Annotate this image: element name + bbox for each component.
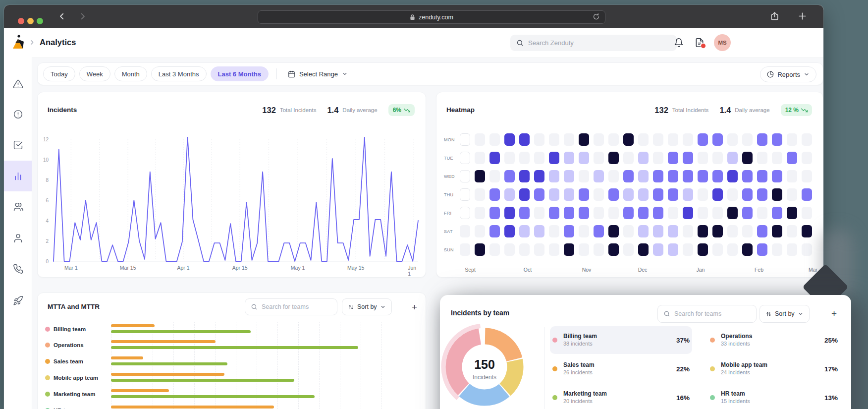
heatmap-cell[interactable]	[460, 243, 470, 256]
user-avatar[interactable]: MS	[714, 34, 731, 51]
select-range-dropdown[interactable]: Select Range	[285, 70, 351, 78]
heatmap-cell[interactable]	[727, 152, 738, 164]
heatmap-cell[interactable]	[623, 152, 634, 164]
heatmap-cell[interactable]	[638, 188, 649, 201]
heatmap-cell[interactable]	[579, 207, 589, 219]
zenduty-logo[interactable]	[11, 34, 26, 50]
heatmap-cell[interactable]	[653, 152, 663, 164]
heatmap-cell[interactable]	[683, 243, 693, 256]
filter-pill-last-6-months[interactable]: Last 6 Months	[211, 66, 269, 81]
heatmap-cell[interactable]	[712, 188, 723, 201]
heatmap-cell[interactable]	[623, 133, 634, 146]
heatmap-cell[interactable]	[712, 133, 723, 146]
heatmap-cell[interactable]	[608, 170, 619, 182]
legend-item[interactable]: HR team15 incidents13%	[710, 386, 838, 409]
heatmap-cell[interactable]	[638, 133, 649, 146]
heatmap-cell[interactable]	[653, 207, 663, 219]
heatmap-cell[interactable]	[668, 225, 678, 237]
heatmap-cell[interactable]	[802, 188, 812, 201]
heatmap-cell[interactable]	[757, 207, 767, 219]
heatmap-cell[interactable]	[772, 207, 782, 219]
heatmap-cell[interactable]	[787, 170, 797, 182]
heatmap-cell[interactable]	[668, 207, 678, 219]
heatmap-cell[interactable]	[564, 225, 574, 237]
heatmap-cell[interactable]	[475, 133, 485, 146]
heatmap-cell[interactable]	[638, 170, 649, 182]
heatmap-cell[interactable]	[802, 152, 812, 164]
heatmap-cell[interactable]	[638, 207, 649, 219]
new-tab-button[interactable]	[798, 11, 807, 21]
heatmap-cell[interactable]	[534, 170, 544, 182]
heatmap-cell[interactable]	[594, 133, 604, 146]
heatmap-cell[interactable]	[564, 170, 574, 182]
heatmap-cell[interactable]	[608, 152, 619, 164]
heatmap-cell[interactable]	[727, 170, 738, 182]
heatmap-cell[interactable]	[742, 243, 753, 256]
heatmap-cell[interactable]	[504, 133, 515, 146]
heatmap-cell[interactable]	[802, 170, 812, 182]
heatmap-cell[interactable]	[712, 207, 723, 219]
heatmap-cell[interactable]	[787, 207, 797, 219]
heatmap-cell[interactable]	[564, 243, 574, 256]
heatmap-cell[interactable]	[623, 188, 634, 201]
heatmap-cell[interactable]	[698, 133, 708, 146]
heatmap-cell[interactable]	[787, 133, 797, 146]
heatmap-cell[interactable]	[534, 133, 544, 146]
global-search-input[interactable]: Search Zenduty	[510, 35, 677, 51]
heatmap-cell[interactable]	[727, 133, 738, 146]
heatmap-cell[interactable]	[727, 207, 738, 219]
heatmap-cell[interactable]	[772, 152, 782, 164]
window-zoom-button[interactable]	[37, 18, 43, 24]
heatmap-cell[interactable]	[489, 207, 500, 219]
heatmap-cell[interactable]	[549, 188, 559, 201]
heatmap-cell[interactable]	[475, 243, 485, 256]
heatmap-cell[interactable]	[698, 170, 708, 182]
heatmap-cell[interactable]	[608, 188, 619, 201]
heatmap-cell[interactable]	[519, 133, 530, 146]
heatmap-cell[interactable]	[519, 188, 530, 201]
heatmap-cell[interactable]	[594, 188, 604, 201]
notifications-button[interactable]	[674, 38, 684, 48]
heatmap-cell[interactable]	[698, 152, 708, 164]
filter-pill-week[interactable]: Week	[79, 66, 110, 81]
heatmap-cell[interactable]	[787, 188, 797, 201]
heatmap-cell[interactable]	[460, 188, 470, 201]
heatmap-cell[interactable]	[683, 188, 693, 201]
heatmap-cell[interactable]	[489, 225, 500, 237]
heatmap-cell[interactable]	[475, 207, 485, 219]
heatmap-cell[interactable]	[608, 207, 619, 219]
heatmap-cell[interactable]	[460, 225, 470, 237]
heatmap-cell[interactable]	[489, 133, 500, 146]
sidebar-item-profile[interactable]	[4, 223, 32, 253]
window-minimize-button[interactable]	[27, 18, 34, 24]
heatmap-cell[interactable]	[638, 152, 649, 164]
legend-item[interactable]: Marketing team20 incidents16%	[552, 386, 690, 409]
legend-item[interactable]: Billing team38 incidents37%	[552, 329, 690, 351]
heatmap-cell[interactable]	[504, 207, 515, 219]
heatmap-cell[interactable]	[787, 243, 797, 256]
heatmap-cell[interactable]	[668, 133, 678, 146]
window-close-button[interactable]	[18, 18, 24, 24]
heatmap-cell[interactable]	[594, 170, 604, 182]
activity-log-button[interactable]	[695, 38, 705, 48]
heatmap-cell[interactable]	[549, 225, 559, 237]
heatmap-cell[interactable]	[683, 170, 693, 182]
heatmap-cell[interactable]	[460, 133, 470, 146]
heatmap-cell[interactable]	[534, 207, 544, 219]
heatmap-cell[interactable]	[549, 152, 559, 164]
heatmap-cell[interactable]	[594, 225, 604, 237]
sidebar-item-teams[interactable]	[4, 191, 32, 222]
sidebar-item-analytics[interactable]	[4, 161, 32, 191]
heatmap-cell[interactable]	[504, 225, 515, 237]
heatmap-cell[interactable]	[460, 207, 470, 219]
heatmap-cell[interactable]	[653, 170, 663, 182]
share-button[interactable]	[770, 11, 779, 21]
heatmap-cell[interactable]	[742, 188, 753, 201]
heatmap-cell[interactable]	[757, 188, 767, 201]
heatmap-cell[interactable]	[579, 225, 589, 237]
filter-pill-month[interactable]: Month	[114, 66, 147, 81]
heatmap-cell[interactable]	[534, 188, 544, 201]
browser-forward-button[interactable]	[78, 12, 87, 21]
heatmap-cell[interactable]	[683, 207, 693, 219]
heatmap-cell[interactable]	[534, 243, 544, 256]
